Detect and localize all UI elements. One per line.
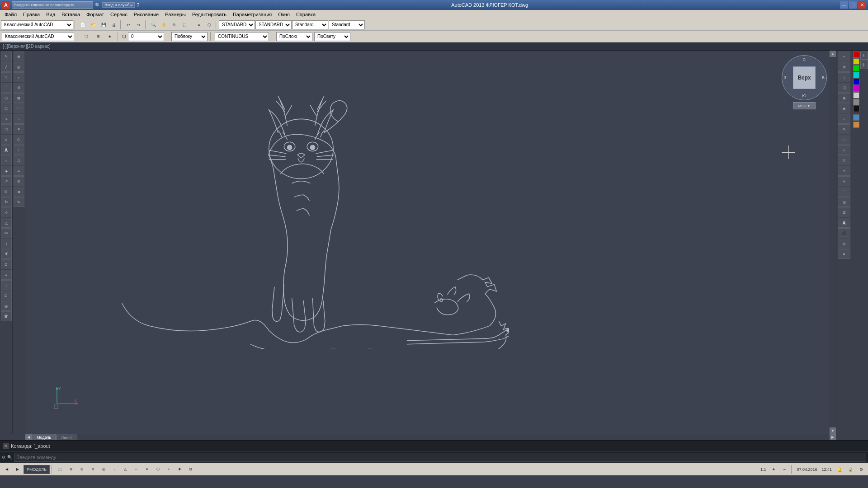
- side-tab-nt[interactable]: нт: [860, 52, 868, 60]
- plot-button[interactable]: 🖨: [109, 20, 119, 30]
- scale-tool[interactable]: △: [1, 218, 12, 228]
- offset-tool[interactable]: ⟨: [1, 280, 12, 290]
- pan-button[interactable]: ✋: [159, 20, 169, 30]
- rp-btn-13[interactable]: ∿: [838, 176, 850, 186]
- otrack-tool[interactable]: ⬦: [14, 72, 24, 82]
- color-black[interactable]: [853, 106, 859, 112]
- style-dropdown-3[interactable]: Standard: [292, 20, 328, 29]
- zoom-extents-button[interactable]: ⊕: [169, 20, 179, 30]
- menu-item-help[interactable]: Справка: [293, 11, 318, 18]
- viewcube-mck-button[interactable]: МСК ▼: [793, 102, 816, 109]
- zoom-out-button[interactable]: −: [779, 465, 789, 474]
- linetype-dropdown[interactable]: CONTINUOUS: [215, 32, 269, 41]
- title-search[interactable]: Введите ключевое слово/фразу: [12, 1, 93, 9]
- draw-spline-tool[interactable]: ∿: [1, 114, 12, 124]
- rp-btn-4[interactable]: ⬡: [838, 83, 850, 93]
- menu-item-insert[interactable]: Вставка: [59, 11, 83, 18]
- viewcube-west[interactable]: 3: [784, 75, 786, 80]
- viewcube-east[interactable]: В: [822, 75, 825, 80]
- btb-ducs[interactable]: △: [120, 465, 130, 474]
- style-dropdown-2[interactable]: STANDARD: [255, 20, 292, 29]
- prop-btn-1[interactable]: ⬚: [81, 32, 91, 42]
- fillet-tool[interactable]: ∢: [1, 249, 12, 259]
- zoom-button[interactable]: 🔍: [148, 20, 158, 30]
- btb-ortho[interactable]: ⊞: [77, 465, 87, 474]
- viewcube-south[interactable]: Ю: [802, 94, 806, 98]
- extend-tool[interactable]: ⌇: [1, 239, 12, 249]
- block-dropdown[interactable]: Поблоку: [171, 32, 208, 41]
- viewcube-north[interactable]: С: [803, 57, 806, 62]
- mtext-tool[interactable]: ⬦: [1, 155, 12, 165]
- redo-button[interactable]: ↪: [134, 20, 144, 30]
- area-tool[interactable]: □: [14, 155, 24, 165]
- rp-btn-2[interactable]: ⊞: [838, 62, 850, 72]
- prop-btn-3[interactable]: ◈: [105, 32, 115, 42]
- btb-lw[interactable]: ≡: [142, 465, 152, 474]
- rp-btn-15[interactable]: ◎: [838, 197, 850, 207]
- style-dropdown-4[interactable]: Standard: [329, 20, 365, 29]
- color-cyan[interactable]: [853, 72, 859, 78]
- rp-btn-10[interactable]: ○: [838, 145, 850, 155]
- win-minimize-button[interactable]: —: [840, 1, 848, 9]
- open-button[interactable]: 📂: [88, 20, 98, 30]
- rp-btn-19[interactable]: ⊙: [838, 239, 850, 249]
- status-tool[interactable]: ✎: [14, 197, 24, 207]
- color-white[interactable]: [853, 92, 859, 99]
- btb-btn-1[interactable]: ◀: [2, 465, 12, 474]
- snap-tool[interactable]: ⊕: [14, 52, 24, 61]
- tab-sheet1[interactable]: Лист1: [56, 435, 77, 440]
- id-tool[interactable]: ⊙: [14, 176, 24, 186]
- dist-tool[interactable]: ↕: [14, 145, 24, 155]
- stretch-tool[interactable]: ◎: [1, 301, 12, 311]
- color-1-btn[interactable]: [853, 114, 859, 121]
- layer-dropdown[interactable]: 0: [128, 32, 164, 41]
- color-gray[interactable]: [853, 99, 859, 105]
- workspace-dropdown[interactable]: Классический AutoCAD: [2, 32, 74, 41]
- btb-qp[interactable]: ✚: [175, 465, 184, 474]
- prop-btn-2[interactable]: ⊞: [93, 32, 103, 42]
- menu-item-file[interactable]: Файл: [2, 11, 19, 18]
- dynin-tool[interactable]: ↔: [14, 114, 24, 124]
- menu-item-parametric[interactable]: Параметризация: [230, 11, 274, 18]
- view-cube[interactable]: Верх С Ю 3 В МСК ▼: [782, 55, 827, 100]
- btb-btn-2[interactable]: ▶: [13, 465, 23, 474]
- win-close-button[interactable]: ✕: [858, 1, 866, 9]
- array-tool[interactable]: ≡: [1, 270, 12, 280]
- lineweight-tool[interactable]: ≡: [14, 124, 24, 134]
- rp-btn-11[interactable]: ▽: [838, 155, 850, 165]
- rp-btn-9[interactable]: □: [838, 135, 850, 145]
- draw-line-tool[interactable]: ╱: [1, 62, 12, 72]
- btb-otrack[interactable]: ⬦: [109, 465, 119, 474]
- copy-tool[interactable]: ⊞: [1, 187, 12, 197]
- rp-btn-5[interactable]: ⊕: [838, 93, 850, 103]
- scroll-track-v[interactable]: [830, 57, 836, 427]
- cmd-settings-icon[interactable]: ⚙: [2, 455, 5, 460]
- menu-item-view[interactable]: Вид: [43, 11, 58, 18]
- search-icon[interactable]: 🔍: [95, 3, 100, 8]
- menu-item-modify[interactable]: Редактировать: [189, 11, 229, 18]
- rp-btn-1[interactable]: ↔: [838, 52, 850, 61]
- menu-item-dimension[interactable]: Размеры: [162, 11, 189, 18]
- color-blue[interactable]: [853, 79, 859, 85]
- workspace-selector[interactable]: Классический AutoCAD: [1, 20, 73, 29]
- osnap-tool[interactable]: ◎: [14, 62, 24, 72]
- btb-dyn[interactable]: ↔: [131, 465, 141, 474]
- drawing-canvas[interactable]: Y X Верх С Ю 3 В МСК ▼ ▲: [25, 51, 836, 434]
- cmd-search-icon[interactable]: 🔍: [7, 455, 12, 460]
- btb-sc[interactable]: +: [164, 465, 174, 474]
- zoom-in-button[interactable]: +: [769, 465, 778, 474]
- region-tool[interactable]: ⊕: [1, 135, 12, 145]
- erase-tool[interactable]: 🗑: [1, 311, 12, 321]
- btb-workspace[interactable]: ⚙: [856, 465, 866, 474]
- model-space-button[interactable]: РМОДЕЛЬ: [24, 465, 50, 474]
- chamfer-tool[interactable]: ⊙: [1, 259, 12, 269]
- color-yellow[interactable]: [853, 58, 859, 65]
- horizontal-scrollbar[interactable]: ◀ Модель Лист1 ▶: [25, 434, 836, 440]
- draw-rect-tool[interactable]: □: [1, 103, 12, 113]
- ortho-tool[interactable]: ⊞: [14, 93, 24, 103]
- scroll-right-button[interactable]: ▶: [830, 434, 836, 440]
- new-button[interactable]: 📄: [78, 20, 88, 30]
- rotate-tool[interactable]: ↻: [1, 197, 12, 207]
- cmd-close-btn[interactable]: ✕: [3, 443, 9, 449]
- btb-snap[interactable]: ⊕: [66, 465, 76, 474]
